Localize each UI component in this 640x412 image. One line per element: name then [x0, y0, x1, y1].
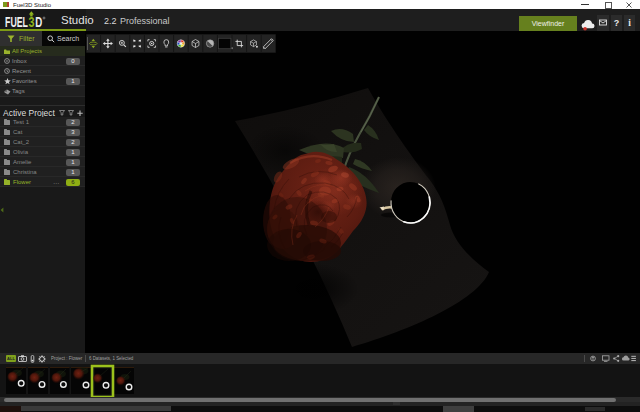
svg-text:D: D: [35, 14, 42, 29]
svg-text:FUEL: FUEL: [5, 14, 28, 29]
